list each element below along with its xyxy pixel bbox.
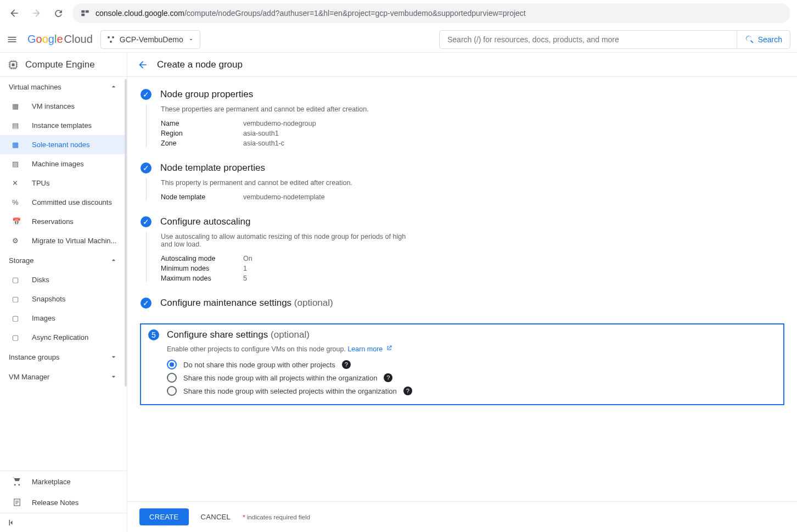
radio-label: Share this node group with selected proj… [183,387,397,395]
help-icon[interactable]: ? [342,360,351,369]
help-icon[interactable]: ? [384,373,392,382]
sidebar-release-notes[interactable]: Release Notes [0,492,127,513]
sidebar-collapse-button[interactable] [0,513,127,532]
nav-icon: ▢ [12,276,22,284]
browser-refresh-button[interactable] [50,5,66,21]
nav-icon: ▢ [12,295,22,303]
share-option[interactable]: Do not share this node group with other … [167,360,777,369]
dropdown-icon [188,36,194,43]
property-value: asia-south1 [243,130,279,137]
create-button[interactable]: CREATE [139,508,189,525]
property-key: Node template [161,193,243,201]
svg-point-4 [112,36,114,38]
sidebar-item[interactable]: ▦Sole-tenant nodes [0,135,127,154]
radio-button[interactable] [167,373,177,383]
step-complete-icon: ✓ [141,163,151,173]
sidebar-item[interactable]: ▢Async Replication [0,328,127,347]
main-menu-button[interactable] [7,34,20,45]
svg-rect-7 [12,63,15,66]
external-link-icon [386,345,392,351]
radio-button[interactable] [167,386,177,396]
gcp-logo[interactable]: Google Cloud [27,33,93,46]
property-key: Name [161,120,243,127]
nav-label: Committed use discounts [32,198,112,206]
page-title: Create a node group [157,59,243,70]
sidebar-item[interactable]: ▤Instance templates [0,116,127,135]
cancel-button[interactable]: CANCEL [201,513,231,521]
help-icon[interactable]: ? [403,387,412,395]
nav-icon: ▦ [12,102,22,110]
sidebar-item[interactable]: %Committed use discounts [0,193,127,212]
project-icon [106,35,115,44]
sidebar-item[interactable]: ✕TPUs [0,173,127,193]
nav-icon: ▨ [12,160,22,168]
nav-section-instance-groups[interactable]: Instance groups [0,347,127,367]
property-value: On [243,255,252,262]
back-button[interactable] [137,59,148,70]
nav-label: Sole-tenant nodes [32,141,90,149]
browser-forward-button[interactable] [29,5,44,21]
nav-label: Instance templates [32,121,92,130]
property-value: vembudemo-nodetemplate [243,193,325,201]
property-key: Region [161,130,243,137]
nav-label: Async Replication [32,333,88,341]
radio-button[interactable] [167,360,177,369]
sidebar-item[interactable]: ▢Disks [0,270,127,289]
svg-point-5 [110,41,112,43]
property-key: Autoscaling mode [161,255,243,262]
share-option[interactable]: Share this node group with all projects … [167,373,777,383]
form-content: ✓ Node group properties These properties… [127,77,797,532]
svg-rect-0 [81,10,85,13]
sidebar-item[interactable]: 📅Reservations [0,212,127,231]
property-row: Regionasia-south1 [161,130,784,137]
property-value: 5 [243,275,247,282]
step-complete-icon: ✓ [141,298,151,309]
url-host: console.cloud.google.com [96,9,184,18]
browser-back-button[interactable] [7,5,22,21]
sidebar-item[interactable]: ▨Machine images [0,154,127,173]
form-footer: CREATE CANCEL * indicates required field [127,501,797,532]
nav-icon: ▦ [12,141,22,149]
project-picker[interactable]: GCP-VembuDemo [100,30,200,49]
share-option[interactable]: Share this node group with selected proj… [167,386,777,396]
nav-label: Reservations [32,217,74,226]
chevron-down-icon [109,372,118,381]
property-row: Autoscaling modeOn [161,255,784,262]
step-node-group-properties: ✓ Node group properties These properties… [141,89,784,147]
step-configure-share-settings: 5 Configure share settings (optional) En… [141,324,784,405]
sidebar-item[interactable]: ▦VM instances [0,97,127,116]
nav-section-storage[interactable]: Storage [0,250,127,270]
sidebar-item[interactable]: ⚙Migrate to Virtual Machin... [0,231,127,250]
svg-rect-2 [81,14,85,16]
property-row: Namevembudemo-nodegroup [161,120,784,127]
marketplace-icon [12,477,22,486]
browser-url-bar[interactable]: console.cloud.google.com/compute/nodeGro… [72,3,790,23]
sidebar-marketplace[interactable]: Marketplace [0,471,127,492]
learn-more-link[interactable]: Learn more [347,345,392,353]
nav-icon: ▤ [12,121,22,130]
search-button[interactable]: Search [737,31,790,48]
search-input[interactable] [440,35,737,44]
property-key: Maximum nodes [161,275,243,282]
sidebar-item[interactable]: ▢Snapshots [0,289,127,309]
sidebar-item[interactable]: ▢Images [0,309,127,328]
sidebar: Compute Engine Virtual machines ▦VM inst… [0,53,127,532]
nav-icon: 📅 [12,217,22,226]
property-value: vembudemo-nodegroup [243,120,316,127]
property-row: Maximum nodes5 [161,275,784,282]
property-row: Zoneasia-south1-c [161,139,784,147]
nav-section-vm[interactable]: Virtual machines [0,77,127,97]
property-row: Node templatevembudemo-nodetemplate [161,193,784,201]
svg-point-3 [108,36,110,38]
url-path: /compute/nodeGroups/add?authuser=1&hl=en… [184,9,526,18]
nav-icon: ▢ [12,333,22,341]
property-key: Minimum nodes [161,265,243,272]
nav-section-vm-manager[interactable]: VM Manager [0,367,127,387]
nav-label: Images [32,314,55,322]
gcp-header: Google Cloud GCP-VembuDemo Search [0,26,797,53]
nav-label: VM instances [32,102,75,110]
nav-label: Snapshots [32,295,65,303]
chevron-down-icon [109,352,118,361]
compute-engine-icon [8,59,19,70]
step-configure-maintenance[interactable]: ✓ Configure maintenance settings (option… [141,298,784,309]
